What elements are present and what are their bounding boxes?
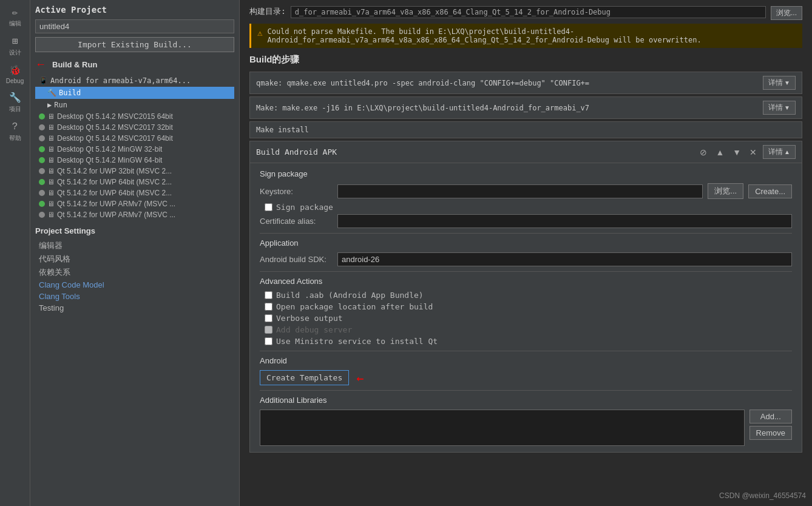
sidebar-item-help[interactable]: ? 帮助 [2,117,29,146]
keystore-browse-button[interactable]: 浏览... [708,183,743,199]
apk-up-button[interactable]: ▲ [713,147,726,157]
build-apk-section: Build Android APK ⊘ ▲ ▼ ✕ 详情 ▲ Sign pack… [249,141,802,453]
sign-package-checkbox[interactable] [265,203,272,211]
kit-entry-1[interactable]: 🖥 Desktop Qt 5.14.2 MSVC2017 32bit [35,122,234,133]
kit-dot-green-icon [39,113,45,120]
aab-checkbox-row: Build .aab (Android App Bundle) [260,291,792,300]
debug-icon: 🐞 [9,64,21,76]
apk-down-button[interactable]: ▼ [730,147,743,157]
apk-close-button[interactable]: ✕ [747,147,759,157]
debug-server-checkbox[interactable] [265,326,272,334]
kit-dot-gray-icon [39,135,45,141]
sidebar-item-debug[interactable]: 🐞 Debug [2,61,29,88]
sign-package-checkbox-row: Sign package [260,203,792,212]
sidebar-item-project[interactable]: 🔧 项目 [2,88,29,117]
kit-entry-6[interactable]: 🖥 Qt 5.14.2 for UWP 64bit (MSVC 2... [35,177,234,187]
open-pkg-checkbox[interactable] [265,303,272,311]
kit-entry-5[interactable]: 🖥 Qt 5.14.2 for UWP 32bit (MSVC 2... [35,166,234,177]
create-templates-arrow-icon: ← [356,371,364,385]
settings-dependencies[interactable]: 依赖关系 [35,266,234,279]
create-templates-button[interactable]: Create Templates [260,370,349,385]
import-existing-build-button[interactable]: Import Existing Build... [35,37,234,52]
sidebar-label-design: 设计 [9,49,21,57]
kit-entry-8[interactable]: 🖥 Qt 5.14.2 for UWP ARMv7 (MSVC ... [35,198,234,209]
aab-checkbox[interactable] [265,291,272,299]
kit-dot-green-icon [39,157,45,163]
sign-package-title: Sign package [260,169,792,178]
build-icon: 🔨 [47,89,56,97]
chevron-down-icon: ▼ [784,79,790,86]
kit-entry-3[interactable]: 🖥 Desktop Qt 5.14.2 MinGW 32-bit [35,144,234,155]
sidebar-label-project: 项目 [9,105,21,113]
remove-library-button[interactable]: Remove [749,426,792,440]
libraries-textarea[interactable] [260,410,745,446]
advanced-actions-title: Advanced Actions [260,277,792,286]
verbose-checkbox[interactable] [265,314,272,322]
build-dir-row: 构建目录: d_for_armeabi_v7a_arm64_v8a_x86_x8… [249,6,802,20]
monitor-icon: 🖥 [47,200,55,208]
android-sdk-select[interactable]: android-26 [337,252,792,266]
monitor-icon: 🖥 [47,178,55,186]
keystore-input[interactable] [337,184,703,198]
phone-icon: 📱 [39,76,48,85]
settings-editor[interactable]: 编辑器 [35,239,234,252]
sidebar-label-help: 帮助 [9,134,21,143]
kit-entry-9[interactable]: 🖥 Qt 5.14.2 for UWP ARMv7 (MSVC ... [35,209,234,220]
kit-dot-green-icon [39,146,45,152]
active-project-title: Active Project [35,5,234,15]
kit-list: 🖥 Desktop Qt 5.14.2 MSVC2015 64bit 🖥 Des… [35,111,234,220]
kit-entry-4[interactable]: 🖥 Desktop Qt 5.14.2 MinGW 64-bit [35,155,234,166]
kit-dot-gray-icon [39,190,45,196]
settings-testing[interactable]: Testing [35,302,234,314]
monitor-icon: 🖥 [47,211,55,219]
browse-button[interactable]: 浏览... [771,6,802,20]
warning-icon: ⚠ [257,28,262,38]
settings-codestyle[interactable]: 代码风格 [35,252,234,266]
sidebar-label-debug: Debug [6,78,24,84]
red-arrow-icon: ← [35,58,46,71]
settings-clang-model[interactable]: Clang Code Model [35,279,234,291]
settings-clang-tools[interactable]: Clang Tools [35,291,234,302]
steps-title: Build的步骤 [249,54,802,66]
watermark: CSDN @weixin_46554574 [719,491,806,500]
debug-server-label: Add debug server [276,325,352,334]
keystore-create-button[interactable]: Create... [748,184,792,198]
step-make-install-text: Make install [256,126,796,134]
kit-entry-7[interactable]: 🖥 Qt 5.14.2 for UWP 64bit (MSVC 2... [35,187,234,198]
kit-dot-green-icon [39,201,45,207]
android-sdk-label: Android build SDK: [260,255,333,264]
kit-dot-gray-icon [39,168,45,174]
build-apk-title: Build Android APK [256,147,692,157]
build-run-title: ← Build & Run [35,58,234,71]
step-qmake-detail-button[interactable]: 详情 ▼ [763,76,796,90]
verbose-label: Verbose output [276,314,343,323]
android-kit-item[interactable]: 📱 Android for armeabi-v7a,arm64... [35,75,234,87]
kit-entry-0[interactable]: 🖥 Desktop Qt 5.14.2 MSVC2015 64bit [35,111,234,122]
verbose-checkbox-row: Verbose output [260,314,792,323]
ministro-checkbox[interactable] [265,337,272,345]
keystore-row: Keystore: 浏览... Create... [260,183,792,199]
debug-server-checkbox-row: Add debug server [260,325,792,334]
project-dropdown[interactable]: untitled4 [35,19,234,33]
kit-entry-2[interactable]: 🖥 Desktop Qt 5.14.2 MSVC2017 64bit [35,133,234,144]
run-item[interactable]: ▶ Run [35,99,234,111]
warning-text: Could not parse Makefile. The build in E… [267,27,796,44]
aab-label: Build .aab (Android App Bundle) [276,291,424,300]
sidebar-item-design[interactable]: ⊞ 设计 [2,32,29,61]
monitor-icon: 🖥 [47,123,55,132]
help-icon: ? [9,121,21,133]
separator-1 [260,233,792,234]
add-library-button[interactable]: Add... [749,410,792,423]
apk-disable-button[interactable]: ⊘ [697,147,709,157]
project-icon: 🔧 [9,92,21,104]
separator-4 [260,390,792,391]
android-sdk-row: Android build SDK: android-26 [260,252,792,266]
cert-alias-select[interactable] [337,214,792,228]
library-buttons: Add... Remove [749,410,792,440]
step-make-detail-button[interactable]: 详情 ▼ [763,101,796,115]
design-icon: ⊞ [9,35,21,47]
apk-detail-button[interactable]: 详情 ▲ [763,145,796,159]
sidebar-item-edit[interactable]: ✏ 编辑 [2,2,29,32]
build-item[interactable]: 🔨 Build [35,87,234,99]
monitor-icon: 🖥 [47,156,55,164]
